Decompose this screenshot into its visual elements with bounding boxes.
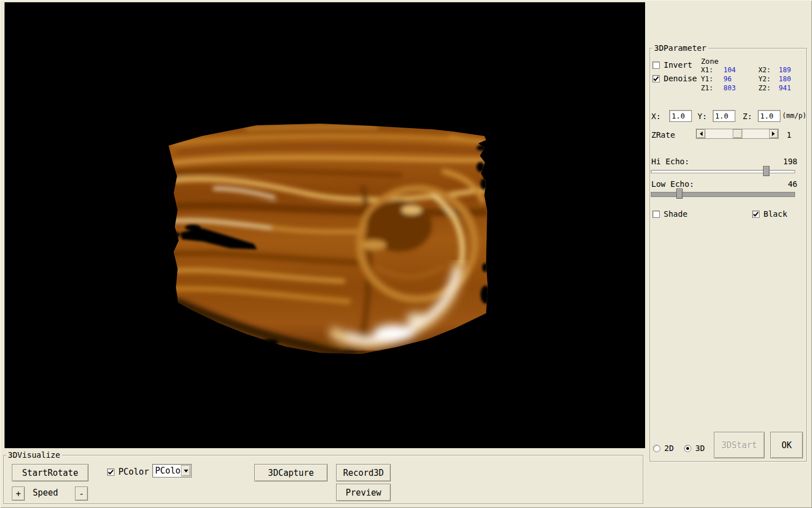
- hi-echo-slider-track[interactable]: [651, 170, 795, 173]
- app-window: 3DParameter Invert Denoise Zone X1: 104 …: [0, 0, 812, 508]
- 3dcapture-button[interactable]: 3DCapture: [254, 464, 328, 481]
- mode-2d-radio[interactable]: 2D: [653, 444, 674, 453]
- zrate-scroll-thumb[interactable]: [732, 129, 742, 138]
- zone-y1-value: 96: [723, 75, 731, 83]
- pcolor-label: PColor: [118, 467, 149, 476]
- volume-render: [5, 2, 645, 448]
- denoise-checkbox[interactable]: Denoise: [652, 74, 697, 83]
- hi-echo-slider[interactable]: [651, 166, 795, 176]
- scale-z-label: Z:: [743, 112, 752, 121]
- mode-3d-radio-circle[interactable]: [684, 445, 691, 452]
- zone-x1-value: 104: [723, 66, 736, 74]
- pcolor-checkbox-box[interactable]: [107, 468, 114, 476]
- shade-checkbox-box[interactable]: [652, 211, 660, 218]
- scale-y-label: Y:: [698, 112, 707, 121]
- black-label: Black: [764, 209, 787, 218]
- low-echo-label: Low Echo:: [651, 179, 694, 189]
- low-echo-value: 46: [788, 179, 797, 189]
- zone-x1-label: X1:: [701, 66, 713, 74]
- zone-z2-value: 941: [779, 84, 791, 92]
- zrate-label: ZRate: [651, 130, 675, 139]
- invert-label: Invert: [664, 60, 692, 69]
- visualize-groupbox: 3DVisualize StartRotate PColor PColor 3D…: [3, 455, 643, 504]
- parameter-group-title: 3DParameter: [652, 43, 708, 52]
- speed-plus-button[interactable]: +: [12, 487, 25, 501]
- low-echo-slider-thumb[interactable]: [677, 189, 683, 199]
- radio-dot-icon: [686, 447, 689, 450]
- zrate-scrollbar[interactable]: [696, 129, 779, 139]
- zone-z2-label: Z2:: [758, 84, 771, 92]
- scale-x-input[interactable]: [669, 110, 692, 122]
- low-echo-slider[interactable]: [651, 189, 795, 199]
- zrate-value: 1: [787, 130, 791, 139]
- zone-x2-value: 189: [779, 66, 791, 74]
- scale-x-label: X:: [651, 112, 661, 121]
- ok-button[interactable]: OK: [770, 432, 803, 458]
- check-icon: [653, 76, 659, 82]
- zone-y1-label: Y1:: [701, 75, 713, 83]
- zrate-scroll-track[interactable]: [705, 129, 769, 138]
- mode-2d-radio-circle[interactable]: [653, 445, 660, 452]
- start-rotate-button[interactable]: StartRotate: [12, 464, 89, 481]
- visualize-group-title: 3DVisualize: [6, 450, 62, 459]
- preview-button[interactable]: Preview: [336, 484, 391, 501]
- invert-checkbox-box[interactable]: [652, 62, 660, 69]
- low-echo-slider-track[interactable]: [651, 192, 795, 197]
- pcolor-dropdown[interactable]: PColor: [152, 464, 192, 478]
- 3dstart-button[interactable]: 3DStart: [714, 432, 765, 458]
- shade-label: Shade: [664, 209, 687, 218]
- hi-echo-label: Hi Echo:: [651, 157, 689, 166]
- shade-checkbox[interactable]: Shade: [652, 209, 687, 218]
- scale-unit-label: (mm/p): [782, 112, 806, 120]
- mode-3d-label: 3D: [695, 444, 705, 453]
- zone-z1-value: 803: [723, 84, 736, 92]
- arrow-right-icon: [772, 132, 777, 136]
- mode-3d-radio[interactable]: 3D: [684, 444, 705, 453]
- scale-z-input[interactable]: [758, 110, 780, 122]
- pcolor-checkbox[interactable]: PColor: [107, 467, 149, 476]
- zrate-scroll-left-button[interactable]: [696, 129, 705, 138]
- zone-x2-label: X2:: [758, 66, 771, 74]
- hi-echo-slider-thumb[interactable]: [763, 166, 769, 176]
- denoise-checkbox-box[interactable]: [652, 75, 660, 82]
- check-icon: [753, 211, 759, 217]
- arrow-left-icon: [698, 132, 703, 136]
- zone-y2-label: Y2:: [758, 75, 771, 83]
- mode-2d-label: 2D: [664, 444, 674, 453]
- speed-label: Speed: [33, 488, 58, 497]
- hi-echo-value: 198: [783, 157, 797, 166]
- check-icon: [108, 469, 114, 475]
- zone-z1-label: Z1:: [701, 84, 713, 92]
- denoise-label: Denoise: [664, 74, 697, 83]
- zone-y2-value: 180: [779, 75, 791, 83]
- speed-minus-button[interactable]: -: [75, 487, 88, 501]
- pcolor-dropdown-button[interactable]: [181, 465, 191, 476]
- zone-title: Zone: [701, 58, 718, 65]
- black-checkbox-box[interactable]: [752, 211, 760, 218]
- record3d-button[interactable]: Record3D: [336, 464, 391, 481]
- pcolor-dropdown-value: PColor: [153, 466, 180, 476]
- render-viewport[interactable]: [5, 2, 645, 448]
- chevron-down-icon: [184, 470, 188, 475]
- zrate-scroll-right-button[interactable]: [769, 129, 778, 138]
- scale-y-input[interactable]: [713, 110, 735, 122]
- black-checkbox[interactable]: Black: [752, 209, 787, 218]
- parameter-groupbox: 3DParameter Invert Denoise Zone X1: 104 …: [650, 48, 807, 462]
- invert-checkbox[interactable]: Invert: [652, 60, 692, 69]
